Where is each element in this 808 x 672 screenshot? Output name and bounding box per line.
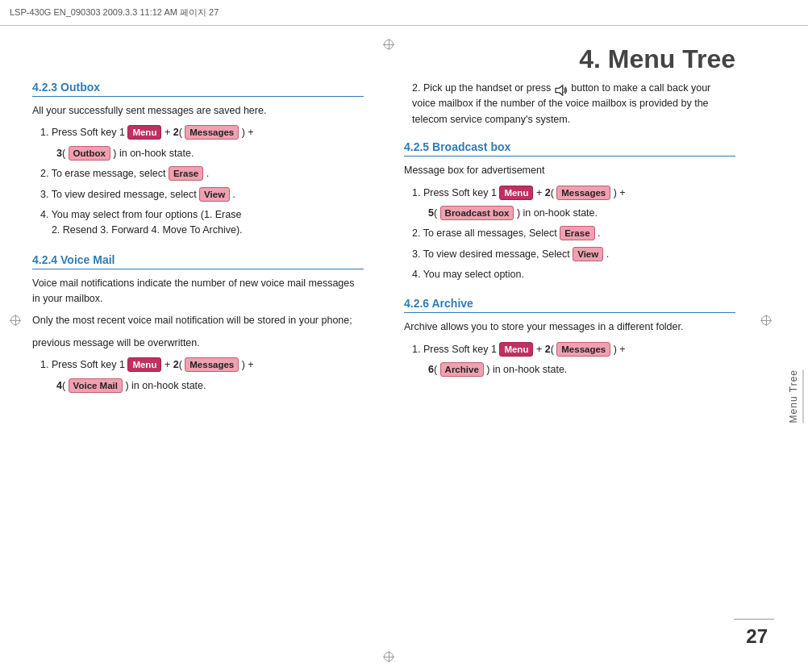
badge-outbox: Outbox (69, 146, 110, 161)
vm-item-1b: 4( Voice Mail ) in on-hook state. (32, 378, 364, 394)
badge-messages-vm: Messages (185, 357, 239, 372)
left-column: 4.2.3 Outbox All your successfully sent … (32, 81, 372, 640)
page-number: 27 (746, 625, 768, 648)
sidebar-label: Menu Tree (788, 369, 804, 423)
archive-heading: 4.2.6 Archive (404, 297, 735, 313)
badge-messages-arch: Messages (556, 342, 610, 357)
bc-item-1b: 5( Broadcast box ) in on-hook state. (404, 206, 735, 221)
header-bar: LSP-430G EN_090303 2009.3.3 11:12 AM 페이지… (0, 0, 808, 26)
badge-erase-bc: Erase (560, 226, 594, 240)
voicemail-para3: previous message will be overwritten. (32, 336, 364, 351)
section-broadcast: 4.2.5 Broadcast box Message box for adve… (404, 140, 735, 282)
bc-item-4: 4. You may select option. (404, 267, 735, 282)
reg-mark-top (383, 39, 394, 50)
outbox-item-1: 1. Press Soft key 1 Menu + 2( Messages )… (32, 125, 364, 140)
voicemail-para1: Voice mail notifications indicate the nu… (32, 276, 364, 307)
badge-view-bc: View (573, 247, 603, 261)
reg-mark-right (760, 315, 772, 326)
bottom-divider (734, 619, 774, 620)
section-outbox: 4.2.3 Outbox All your successfully sent … (32, 81, 364, 239)
bc-item-2: 2. To erase all messages, Select Erase . (404, 226, 735, 241)
outbox-heading: 4.2.3 Outbox (32, 81, 364, 97)
badge-menu-1: Menu (127, 125, 161, 140)
bc-item-1: 1. Press Soft key 1 Menu + 2( Messages )… (404, 186, 735, 201)
svg-marker-0 (556, 86, 563, 95)
outbox-para: All your successfully sent messages are … (32, 103, 364, 119)
archive-para: Archive allows you to store your message… (404, 319, 735, 335)
voicemail-heading: 4.2.4 Voice Mail (32, 253, 364, 269)
badge-messages-bc: Messages (556, 186, 610, 200)
badge-messages-1: Messages (185, 125, 239, 140)
section-archive: 4.2.6 Archive Archive allows you to stor… (404, 297, 735, 378)
reg-mark-left (10, 315, 21, 326)
main-content: 4.2.3 Outbox All your successfully sent … (32, 81, 735, 640)
badge-broadcast-box: Broadcast box (440, 206, 514, 220)
right-column: 2. Pick up the handset or press button t… (396, 81, 735, 640)
badge-voicemail: Voice Mail (69, 378, 123, 393)
outbox-item-4: 4. You may select from four options (1. … (32, 207, 364, 239)
arch-item-1: 1. Press Soft key 1 Menu + 2( Messages )… (404, 342, 735, 357)
reg-mark-bottom (383, 651, 394, 662)
badge-archive: Archive (440, 362, 484, 377)
outbox-item-3: 3. To view desired message, select View … (32, 187, 364, 202)
outbox-item-1b: 3( Outbox ) in on-hook state. (32, 146, 364, 161)
broadcast-para: Message box for advertisement (404, 163, 735, 178)
header-text: LSP-430G EN_090303 2009.3.3 11:12 AM 페이지… (10, 6, 219, 19)
outbox-item-2: 2. To erase message, select Erase . (32, 166, 364, 182)
badge-menu-vm: Menu (127, 357, 161, 372)
section-voicemail: 4.2.4 Voice Mail Voice mail notification… (32, 253, 364, 394)
badge-erase-1: Erase (169, 166, 203, 181)
bc-item-3: 3. To view desired message, Select View … (404, 247, 735, 262)
badge-menu-arch: Menu (499, 342, 533, 357)
arch-item-1b: 6( Archive ) in on-hook state. (404, 362, 735, 378)
vm-item-1: 1. Press Soft key 1 Menu + 2( Messages )… (32, 357, 364, 373)
badge-menu-bc: Menu (499, 186, 533, 200)
right-sidebar: Menu Tree (784, 121, 808, 672)
handset-note: 2. Pick up the handset or press button t… (404, 81, 735, 127)
badge-view-1: View (199, 187, 230, 202)
page-title: 4. Menu Tree (579, 44, 735, 74)
voicemail-para2: Only the most recent voice mail notifica… (32, 313, 364, 328)
broadcast-heading: 4.2.5 Broadcast box (404, 140, 735, 157)
speaker-icon (554, 85, 569, 96)
